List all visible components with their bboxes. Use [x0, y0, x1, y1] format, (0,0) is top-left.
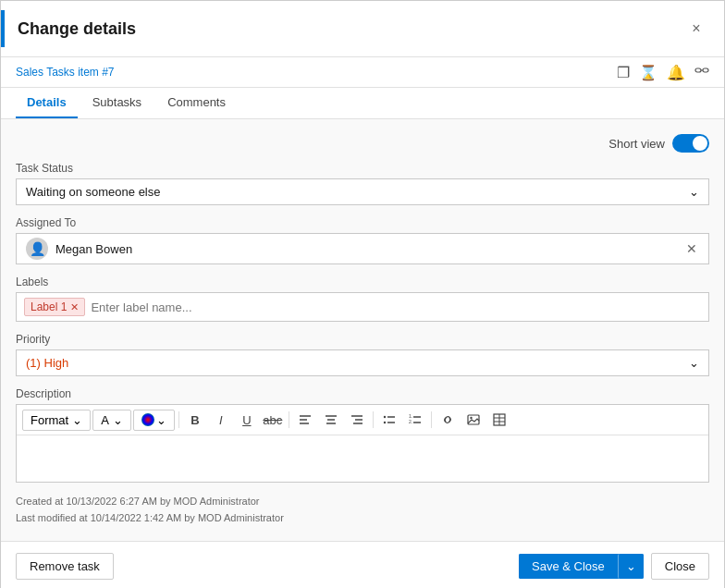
clear-assignee-button[interactable]: ✕ — [684, 241, 699, 256]
toolbar-separator-2 — [289, 411, 289, 428]
header-icons: ❐ ⌛ 🔔 — [617, 63, 709, 81]
tab-comments[interactable]: Comments — [156, 88, 237, 118]
save-close-split-button: Save & Close ⌄ — [519, 554, 644, 579]
format-dropdown-button[interactable]: Format ⌄ — [22, 410, 91, 431]
remove-task-button[interactable]: Remove task — [16, 553, 114, 580]
tab-subtasks[interactable]: Subtasks — [81, 88, 153, 118]
tabs-bar: Details Subtasks Comments — [1, 88, 724, 119]
modal-close-button[interactable]: × — [683, 16, 709, 42]
save-close-dropdown-button[interactable]: ⌄ — [618, 554, 644, 579]
underline-button[interactable]: U — [235, 409, 259, 431]
link-icon[interactable] — [694, 63, 709, 81]
assigned-to-input[interactable]: 👤 Megan Bowen ✕ — [16, 233, 709, 264]
svg-rect-0 — [695, 68, 701, 72]
content-area: Short view Task Status Waiting on someon… — [1, 119, 724, 541]
task-status-field: Task Status Waiting on someone else ⌄ — [16, 162, 709, 205]
priority-field: Priority (1) High ⌄ — [16, 333, 709, 376]
labels-label: Labels — [16, 276, 709, 288]
tab-details[interactable]: Details — [16, 88, 78, 118]
copy-icon[interactable]: ❐ — [617, 64, 630, 81]
editor-toolbar: Format ⌄ A ⌄ ⌄ B — [17, 405, 708, 435]
description-editor-body[interactable] — [17, 435, 708, 482]
avatar: 👤 — [26, 238, 48, 260]
save-close-button[interactable]: Save & Close — [519, 554, 618, 579]
chevron-down-icon: ⌄ — [689, 185, 699, 199]
priority-label: Priority — [16, 333, 709, 346]
priority-select[interactable]: (1) High ⌄ — [16, 349, 709, 376]
align-right-button[interactable] — [345, 409, 369, 431]
modal-title: Change details — [18, 19, 683, 39]
svg-point-21 — [470, 417, 472, 419]
format-label: Format — [31, 413, 68, 427]
label-tag: Label 1 ✕ — [24, 298, 85, 316]
color-chevron-icon: ⌄ — [156, 413, 166, 427]
svg-point-12 — [384, 416, 386, 418]
toolbar-separator-4 — [431, 411, 432, 428]
svg-point-14 — [384, 422, 386, 423]
footer-meta: Created at 10/13/2022 6:27 AM by MOD Adm… — [16, 494, 709, 526]
assigned-to-field: Assigned To 👤 Megan Bowen ✕ — [16, 216, 709, 264]
created-meta: Created at 10/13/2022 6:27 AM by MOD Adm… — [16, 494, 709, 510]
modal-header: Change details × — [1, 1, 724, 57]
font-size-button[interactable]: A ⌄ — [92, 410, 131, 431]
insert-table-button[interactable] — [487, 409, 511, 431]
align-center-button[interactable] — [319, 409, 343, 431]
bold-button[interactable]: B — [183, 409, 207, 431]
svg-text:2.: 2. — [409, 419, 412, 424]
strikethrough-button[interactable]: abc — [261, 409, 285, 431]
format-chevron-icon: ⌄ — [72, 413, 82, 427]
italic-button[interactable]: I — [209, 409, 233, 431]
short-view-toggle[interactable] — [672, 134, 709, 153]
description-label: Description — [16, 387, 709, 400]
labels-field: Labels Label 1 ✕ — [16, 276, 709, 322]
color-picker-button[interactable]: ⌄ — [133, 410, 175, 431]
assigned-to-label: Assigned To — [16, 216, 709, 229]
task-status-value: Waiting on someone else — [26, 185, 161, 199]
description-editor: Format ⌄ A ⌄ ⌄ B — [16, 404, 709, 483]
history-icon[interactable]: ⌛ — [639, 64, 657, 81]
modified-meta: Last modified at 10/14/2022 1:42 AM by M… — [16, 510, 709, 527]
actions-row: Remove task Save & Close ⌄ Close — [1, 541, 724, 588]
toolbar-separator-3 — [373, 411, 374, 428]
assigned-name: Megan Bowen — [55, 242, 677, 256]
short-view-row: Short view — [16, 134, 709, 153]
breadcrumb-link[interactable]: Sales Tasks item #7 — [16, 66, 115, 79]
close-button[interactable]: Close — [651, 553, 709, 580]
short-view-label: Short view — [608, 137, 665, 151]
modal-container: Change details × Sales Tasks item #7 ❐ ⌛… — [0, 0, 725, 588]
priority-value: (1) High — [26, 356, 68, 370]
label-tag-text: Label 1 — [31, 300, 67, 313]
color-circle-icon — [141, 413, 154, 426]
label-name-input[interactable] — [91, 300, 701, 314]
insert-link-button[interactable] — [436, 409, 460, 431]
sub-header: Sales Tasks item #7 ❐ ⌛ 🔔 — [1, 57, 724, 88]
toolbar-separator-1 — [178, 411, 179, 428]
task-status-label: Task Status — [16, 162, 709, 175]
header-accent — [1, 10, 5, 47]
notification-icon[interactable]: 🔔 — [667, 64, 685, 81]
svg-rect-1 — [703, 68, 708, 72]
remove-label-button[interactable]: ✕ — [70, 301, 79, 313]
save-close-group: Save & Close ⌄ Close — [519, 553, 709, 580]
numbered-list-button[interactable]: 1.2. — [403, 409, 427, 431]
font-a-label: A — [101, 413, 109, 427]
bullet-list-button[interactable] — [377, 409, 401, 431]
task-status-select[interactable]: Waiting on someone else ⌄ — [16, 178, 709, 205]
align-left-button[interactable] — [293, 409, 317, 431]
priority-chevron-icon: ⌄ — [689, 356, 699, 370]
insert-image-button[interactable] — [461, 409, 485, 431]
font-size-chevron-icon: ⌄ — [113, 413, 123, 427]
description-field: Description Format ⌄ A ⌄ — [16, 387, 709, 483]
labels-input[interactable]: Label 1 ✕ — [16, 292, 709, 322]
toggle-knob — [693, 136, 707, 151]
